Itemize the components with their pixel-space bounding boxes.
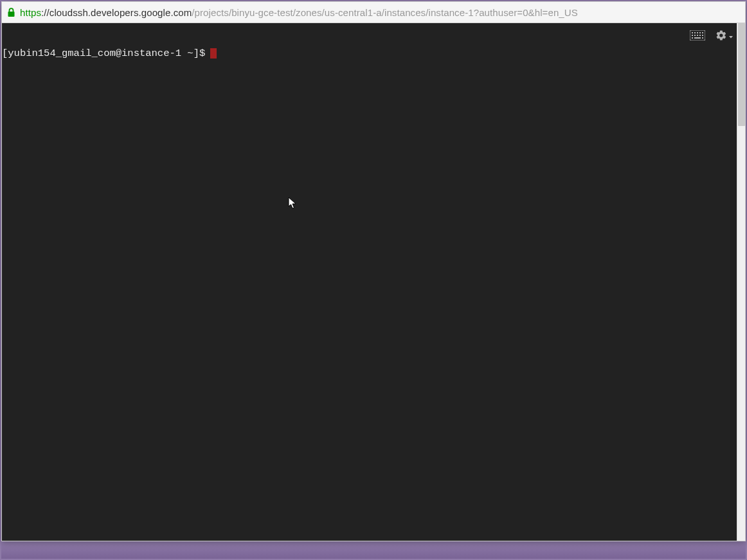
ssh-terminal[interactable]: [yubin154_gmail_com@instance-1 ~]$ — [2, 23, 745, 541]
svg-rect-12 — [692, 37, 693, 39]
svg-rect-6 — [702, 32, 703, 33]
svg-rect-5 — [699, 32, 701, 33]
svg-rect-13 — [694, 37, 701, 39]
url-display[interactable]: https://cloudssh.developers.google.com/p… — [20, 7, 741, 18]
url-host: ://cloudssh.developers.google.com — [41, 7, 192, 18]
browser-window: https://cloudssh.developers.google.com/p… — [1, 1, 746, 541]
prompt-line: [yubin154_gmail_com@instance-1 ~]$ — [2, 48, 745, 59]
url-path: /projects/binyu-gce-test/zones/us-centra… — [192, 7, 578, 18]
svg-rect-8 — [694, 35, 696, 36]
keyboard-button[interactable] — [690, 30, 705, 43]
url-scheme: https — [20, 7, 41, 18]
shell-prompt: [yubin154_gmail_com@instance-1 ~]$ — [2, 48, 205, 59]
svg-rect-7 — [692, 35, 693, 36]
gear-icon — [716, 30, 727, 44]
svg-rect-2 — [692, 32, 693, 33]
svg-rect-10 — [699, 35, 701, 36]
svg-rect-4 — [697, 32, 698, 33]
svg-rect-11 — [702, 35, 703, 36]
window-bottom-edge — [1, 541, 746, 559]
vertical-scrollbar[interactable] — [737, 23, 745, 541]
keyboard-icon — [690, 30, 705, 43]
svg-rect-0 — [8, 12, 14, 17]
scrollbar-thumb[interactable] — [738, 23, 745, 126]
svg-rect-3 — [694, 32, 696, 33]
terminal-cursor — [210, 48, 217, 59]
svg-rect-9 — [697, 35, 698, 36]
svg-rect-14 — [702, 37, 703, 39]
terminal-toolbar — [690, 30, 734, 44]
chevron-down-icon — [728, 31, 734, 42]
lock-icon — [6, 7, 16, 17]
terminal-container: [yubin154_gmail_com@instance-1 ~]$ — [2, 23, 745, 541]
settings-button[interactable] — [716, 30, 734, 44]
address-bar[interactable]: https://cloudssh.developers.google.com/p… — [2, 2, 745, 23]
